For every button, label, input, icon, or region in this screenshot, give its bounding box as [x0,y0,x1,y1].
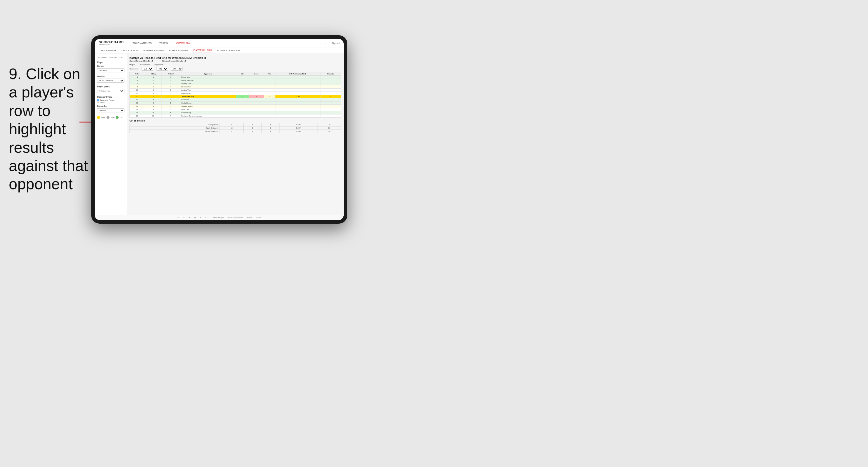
undo-btn[interactable]: ↩ [177,216,180,219]
subnav-team-h2h-grid[interactable]: TEAM H2H GRID [121,49,138,52]
table-row[interactable]: 20117Federica Domecq Lacroze [130,115,341,118]
legend-level-label: Level [111,117,115,118]
colour-by-select[interactable]: Win/loss [97,108,124,113]
annotation-text: 9. Click on a player's row to highlight … [9,65,91,193]
share-btn[interactable]: Share [255,217,262,219]
col-reg: # Reg [145,72,161,75]
data-table: # Div # Reg # Conf Opponent Win Loss Tie… [129,72,341,118]
legend-down-label: Down [101,117,105,118]
toolbar-sep: | [210,216,210,219]
gender-label: Gender [97,65,124,67]
conference-label: Conference [140,64,150,66]
conference-filter: Conference [140,64,150,66]
filters-row: Region Conference Opponent [129,64,341,66]
subnav-team-summary[interactable]: TEAM SUMMARY [99,49,117,52]
player-select[interactable]: 8. Katelyn Vo [97,89,124,93]
opponent-view-label: Opponent view [97,96,124,98]
col-win: Win [236,72,249,75]
subnav-player-summary[interactable]: PLAYER SUMMARY [168,49,189,52]
division-select[interactable]: NCAA Division III [97,79,124,83]
legend-up-dot [116,116,119,119]
left-panel: Last Updated: 27/03/2024 16:55:38 Player… [95,54,127,215]
redo-btn[interactable]: ↪ [182,216,185,219]
colour-legend: Down Level Up [97,116,124,119]
sub-nav: TEAM SUMMARY TEAM H2H GRID TEAM H2H HEAT… [95,48,344,54]
table-row[interactable]: 311Esther Lee [130,75,341,79]
table-row[interactable]: 19106Emily Chang [130,111,341,115]
col-tie: Tie [264,72,275,75]
col-loss: Loss [249,72,264,75]
sign-out-button[interactable]: Sign out [332,42,340,44]
legend-up-label: Up [120,117,122,118]
toolbar-btn-5[interactable]: ✎ [199,216,202,219]
table-row[interactable]: 613Sydney Kuo [130,82,341,85]
table-row[interactable]: 914Sharon Mun [130,85,341,89]
division-label: Division [97,75,124,77]
colour-by-label: Colour by [97,105,124,107]
table-row[interactable]: 1585Stella Cheng [130,101,341,105]
forward-btn[interactable]: ⟳ [188,216,191,219]
out-of-division-table: Foreign Team1004.5002NAIA Division 11500… [129,123,341,133]
radio-top-100[interactable]: Top 100 [97,101,124,103]
watch-btn[interactable]: Watch [247,217,253,219]
table-row[interactable]: 131Jessica Huang010-3.002 [130,95,341,98]
opponent-filter: Opponent [154,64,163,66]
player-section-title: Player [97,61,124,63]
save-custom-btn[interactable]: Save Custom View [227,217,244,219]
radio-opponents-played[interactable]: Opponents Played [97,99,124,101]
out-table-row[interactable]: NAIA Division 115009.26730 [130,127,341,130]
col-div: # Div [130,72,145,75]
grid-area: Katelyn Vo Head-to-Head Grid for Women's… [127,54,344,215]
nav-teams[interactable]: TEAMS [158,41,169,45]
filter-selects: Opponents: (All) (All) (All) [129,67,341,71]
region-filter: Region [129,64,135,66]
subnav-player-h2h-grid[interactable]: PLAYER H2H GRID [193,49,212,52]
opponent-view-group: Opponents Played Top 100 [97,99,124,103]
toolbar-btn-4[interactable]: ⊞ [193,216,196,219]
player-rank-label: Player (Rank) [97,86,124,88]
subnav-player-h2h-heatmap[interactable]: PLAYER H2H HEATMAP [217,49,241,52]
tablet-screen: SCOREBOARD Powered by clippi TOURNAMENTS… [95,39,344,220]
conference-select[interactable]: (All) [156,67,168,71]
timestamp: Last Updated: 27/03/2024 16:55:38 [97,57,124,59]
toolbar-btn-6[interactable]: ○ [205,217,208,219]
table-row[interactable]: 1311Haeju Hyun [130,92,341,95]
division-record: Division Record: 331 - 34 - 6 [162,60,186,62]
col-conf: # Conf [161,72,180,75]
opponents-label: Opponents: [129,68,138,70]
bottom-toolbar: ↩ ↪ ⟳ ⊞ ✎ ○ | View: Original Save Custom… [95,215,344,220]
legend-level-dot [106,116,110,119]
nav-tournaments[interactable]: TOURNAMENTS [131,41,153,45]
logo: SCOREBOARD Powered by clippi [99,41,124,45]
division-record-value: 331 - 34 - 6 [176,60,186,62]
table-row[interactable]: 522Alexis Sudjianto [130,79,341,82]
table-row[interactable]: 1063Andrea York [130,89,341,92]
sign-out-sep: | [325,42,326,44]
nav-committee[interactable]: COMMITTEE [174,41,191,45]
opponent-filter-label: Opponent [154,64,163,66]
view-original-btn[interactable]: View: Original [212,217,225,219]
table-row[interactable]: 1691Jessica Mason [130,105,341,108]
table-row[interactable]: 1474Eunice Yi [130,98,341,101]
region-select[interactable]: (All) [142,67,153,71]
col-rounds: Rounds [320,72,341,75]
overall-record-value: 353 - 34 - 6 [143,60,153,62]
grid-records: Overall Record: 353 - 34 - 6 Division Re… [129,60,341,62]
main-content: Last Updated: 27/03/2024 16:55:38 Player… [95,54,344,215]
tablet-frame: SCOREBOARD Powered by clippi TOURNAMENTS… [91,35,347,224]
subnav-team-h2h-heatmap[interactable]: TEAM H2H HEATMAP [143,49,164,52]
annotation-block: 9. Click on a player's row to highlight … [9,65,91,193]
col-opponent: Opponent [180,72,236,75]
opponent-select[interactable]: (All) [171,67,183,71]
legend-down-dot [97,116,100,119]
out-of-division-title: Out of division [129,120,341,122]
table-row[interactable]: 1822Euna Lee [130,108,341,111]
col-diff: Diff Av Strokes/Rnd [275,72,320,75]
gender-select[interactable]: Women's [97,68,124,72]
logo-sub: Powered by clippi [99,44,124,45]
top-nav: SCOREBOARD Powered by clippi TOURNAMENTS… [95,39,344,48]
grid-title: Katelyn Vo Head-to-Head Grid for Women's… [129,57,341,59]
out-table-row[interactable]: Foreign Team1004.5002 [130,123,341,127]
out-table-row[interactable]: NCAA Division 25007.40010 [130,130,341,133]
overall-record: Overall Record: 353 - 34 - 6 [129,60,153,62]
